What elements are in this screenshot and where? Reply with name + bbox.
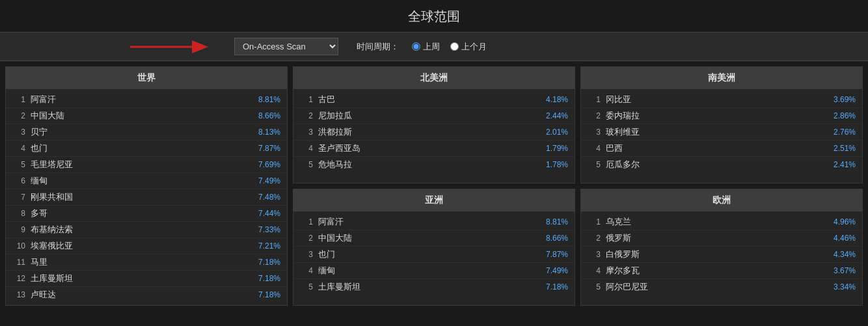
row-percentage: 7.33% [258,225,280,234]
table-row: 1 乌克兰 4.96% [581,214,862,230]
row-number: 7 [12,193,25,202]
row-percentage: 2.76% [834,128,856,137]
row-number: 1 [300,217,313,226]
row-country: 白俄罗斯 [606,249,834,260]
row-country: 马里 [31,256,258,268]
row-number: 5 [300,160,313,169]
row-number: 6 [12,176,25,185]
asia-header: 亚洲 [293,189,575,211]
row-percentage: 3.67% [834,266,856,275]
row-number: 2 [300,111,313,120]
row-percentage: 8.66% [258,111,280,120]
radio-month[interactable]: 上个月 [450,41,487,53]
south-america-body: 1 冈比亚 3.69% 2 委内瑞拉 2.86% 3 玻利维亚 2.76% 4 … [581,89,862,175]
row-number: 5 [300,282,313,292]
table-row: 13 卢旺达 7.18% [6,287,287,303]
table-row: 4 圣卢西亚岛 1.79% [293,141,575,157]
row-number: 8 [12,209,25,218]
row-number: 1 [588,217,601,226]
row-percentage: 7.18% [258,258,280,267]
row-number: 1 [12,95,25,104]
table-row: 8 多哥 7.44% [6,206,287,222]
scan-type-select[interactable]: On-Access Scan [234,38,338,55]
table-row: 1 冈比亚 3.69% [581,92,862,108]
radio-week-label: 上周 [423,41,440,53]
main-content: 世界 1 阿富汗 8.81% 2 中国大陆 8.66% 3 贝宁 8.13% 4… [0,61,868,311]
row-country: 也门 [318,249,546,260]
row-percentage: 2.51% [834,144,856,153]
table-row: 3 也门 7.87% [293,247,575,263]
row-number: 1 [300,95,313,104]
row-country: 也门 [31,143,258,154]
row-country: 玻利维亚 [606,126,834,138]
world-panel: 世界 1 阿富汗 8.81% 2 中国大陆 8.66% 3 贝宁 8.13% 4… [5,66,288,306]
row-country: 毛里塔尼亚 [31,159,258,170]
row-number: 2 [588,234,601,243]
row-percentage: 4.96% [834,217,856,226]
row-percentage: 7.44% [258,209,280,218]
table-row: 5 厄瓜多尔 2.41% [581,157,862,172]
time-period-label: 时间周期： [357,41,399,53]
row-country: 缅甸 [31,175,258,187]
row-percentage: 4.46% [834,234,856,243]
row-percentage: 7.49% [258,176,280,185]
table-row: 1 阿富汗 8.81% [293,214,575,230]
table-row: 2 中国大陆 8.66% [293,230,575,247]
radio-week[interactable]: 上周 [412,41,440,53]
row-percentage: 1.78% [546,160,568,169]
table-row: 5 危地马拉 1.78% [293,157,575,172]
row-country: 危地马拉 [318,159,546,170]
table-row: 7 刚果共和国 7.48% [6,189,287,206]
world-body: 1 阿富汗 8.81% 2 中国大陆 8.66% 3 贝宁 8.13% 4 也门… [6,89,287,305]
row-percentage: 3.69% [834,95,856,104]
row-percentage: 7.49% [546,266,568,275]
row-number: 1 [588,95,601,104]
row-country: 委内瑞拉 [606,110,834,122]
row-number: 4 [300,144,313,153]
row-country: 刚果共和国 [31,191,258,203]
row-percentage: 7.18% [546,282,568,292]
row-percentage: 2.41% [834,160,856,169]
row-country: 冈比亚 [606,94,834,105]
row-country: 摩尔多瓦 [606,265,834,277]
row-country: 洪都拉斯 [318,126,546,138]
row-number: 13 [12,290,25,299]
row-number: 3 [12,128,25,137]
arrow-indicator [130,37,208,57]
row-percentage: 7.48% [258,193,280,202]
row-percentage: 1.79% [546,144,568,153]
page-title: 全球范围 [0,0,868,32]
table-row: 4 缅甸 7.49% [293,263,575,279]
table-row: 11 马里 7.18% [6,254,287,271]
table-row: 3 贝宁 8.13% [6,124,287,141]
row-number: 3 [300,250,313,259]
time-radio-group: 上周 上个月 [412,41,487,53]
row-number: 10 [12,241,25,251]
north-america-panel: 北美洲 1 古巴 4.18% 2 尼加拉瓜 2.44% 3 洪都拉斯 2.01%… [293,66,575,183]
row-country: 阿富汗 [318,216,546,228]
row-number: 2 [300,234,313,243]
table-row: 2 俄罗斯 4.46% [581,230,862,247]
row-percentage: 7.21% [258,241,280,251]
row-country: 圣卢西亚岛 [318,143,546,154]
asia-panel: 亚洲 1 阿富汗 8.81% 2 中国大陆 8.66% 3 也门 7.87% 4… [293,189,575,306]
row-number: 9 [12,225,25,234]
row-percentage: 7.87% [546,250,568,259]
row-percentage: 8.81% [546,217,568,226]
row-country: 巴西 [606,143,834,154]
world-header: 世界 [6,67,287,89]
scan-select-wrapper: On-Access Scan [234,38,338,55]
row-country: 古巴 [318,94,546,105]
row-number: 3 [300,128,313,137]
north-america-header: 北美洲 [293,67,575,89]
row-number: 2 [588,111,601,120]
table-row: 5 阿尔巴尼亚 3.34% [581,279,862,295]
table-row: 4 巴西 2.51% [581,141,862,157]
row-number: 3 [588,250,601,259]
table-row: 10 埃塞俄比亚 7.21% [6,238,287,254]
table-row: 4 也门 7.87% [6,141,287,157]
table-row: 1 阿富汗 8.81% [6,92,287,108]
row-country: 乌克兰 [606,216,834,228]
svg-marker-1 [192,40,208,53]
row-number: 2 [12,111,25,120]
